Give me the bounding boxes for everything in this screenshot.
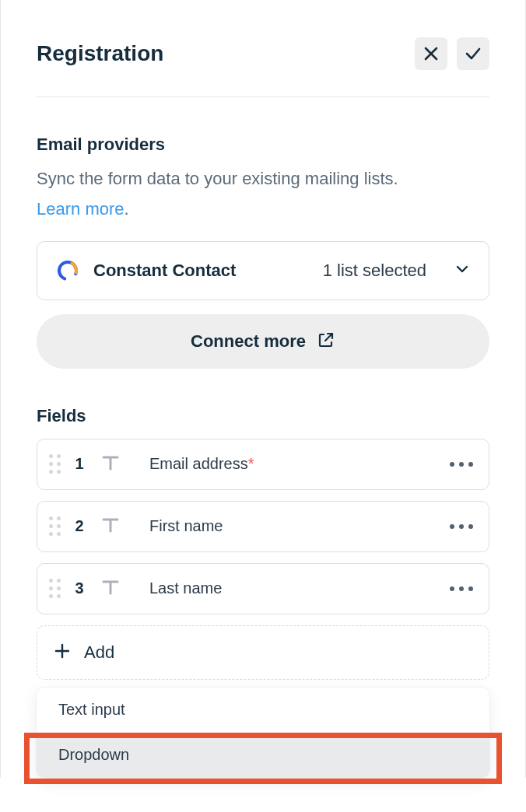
field-number: 3 <box>73 579 86 597</box>
drag-handle[interactable] <box>47 578 62 600</box>
text-type-icon <box>100 576 121 601</box>
email-providers-section: Email providers Sync the form data to yo… <box>1 97 525 369</box>
email-providers-description: Sync the form data to your existing mail… <box>37 167 489 191</box>
chevron-down-icon <box>454 261 470 280</box>
menu-item-text-input[interactable]: Text input <box>37 688 489 733</box>
confirm-button[interactable] <box>457 37 489 70</box>
field-row[interactable]: 2 First name <box>37 501 489 552</box>
field-more-button[interactable] <box>450 524 473 529</box>
add-field-type-menu: Text input Dropdown <box>37 688 489 778</box>
add-field-menu-wrapper: Text input Dropdown <box>1 688 525 778</box>
menu-item-dropdown[interactable]: Dropdown <box>37 733 489 778</box>
learn-more-link[interactable]: Learn more <box>37 199 124 219</box>
text-type-icon <box>100 514 121 539</box>
registration-panel: Registration Email providers Sync the fo… <box>0 0 526 778</box>
plus-icon <box>53 642 72 663</box>
add-field-label: Add <box>84 642 114 663</box>
header-actions <box>415 37 489 70</box>
check-icon <box>465 45 482 62</box>
field-number: 2 <box>73 517 86 535</box>
fields-title: Fields <box>37 406 489 426</box>
fields-section: Fields 1 Email address* 2 First name <box>1 369 525 680</box>
drag-handle[interactable] <box>47 453 62 475</box>
provider-row-constant-contact[interactable]: Constant Contact 1 list selected <box>37 241 489 300</box>
close-button[interactable] <box>415 37 447 70</box>
panel-header: Registration <box>1 0 525 96</box>
field-row[interactable]: 3 Last name <box>37 563 489 614</box>
connect-more-label: Connect more <box>191 331 306 352</box>
connect-more-button[interactable]: Connect more <box>37 314 489 369</box>
page-title: Registration <box>37 41 163 66</box>
field-row[interactable]: 1 Email address* <box>37 439 489 490</box>
drag-handle[interactable] <box>47 516 62 537</box>
external-link-icon <box>317 331 335 352</box>
field-more-button[interactable] <box>450 586 473 591</box>
required-indicator: * <box>248 455 254 472</box>
field-number: 1 <box>73 455 86 473</box>
constant-contact-icon <box>56 259 79 282</box>
add-field-button[interactable]: Add <box>37 625 489 680</box>
email-providers-title: Email providers <box>37 135 489 155</box>
field-label: First name <box>149 517 223 535</box>
field-label: Email address* <box>149 455 254 473</box>
field-more-button[interactable] <box>450 462 473 467</box>
text-type-icon <box>100 452 121 477</box>
close-icon <box>423 46 439 61</box>
provider-status: 1 list selected <box>323 261 426 281</box>
field-label: Last name <box>149 579 222 597</box>
provider-name: Constant Contact <box>93 261 236 281</box>
